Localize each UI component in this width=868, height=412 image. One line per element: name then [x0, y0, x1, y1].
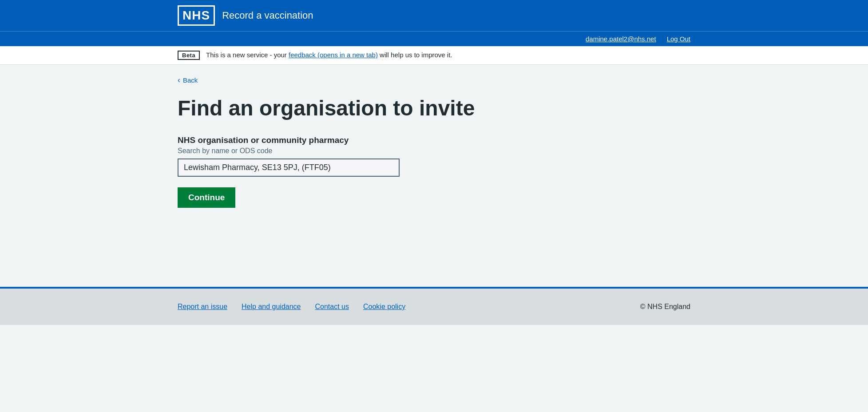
nhs-logo[interactable]: NHS — [178, 5, 215, 26]
footer-link-contact[interactable]: Contact us — [315, 303, 349, 311]
feedback-link[interactable]: feedback (opens in a new tab) — [289, 51, 378, 59]
nhs-logo-text: NHS — [182, 8, 210, 23]
service-name: Record a vaccination — [222, 10, 313, 21]
page-title: Find an organisation to invite — [178, 95, 690, 121]
organisation-hint: Search by name or ODS code — [178, 147, 690, 155]
beta-text-before: This is a new service - your — [206, 51, 289, 59]
main-content: Back Find an organisation to invite NHS … — [0, 65, 868, 287]
logout-link[interactable]: Log Out — [667, 35, 690, 43]
site-header: NHS Record a vaccination damine.patel2@n… — [0, 0, 868, 46]
beta-tag: Beta — [178, 51, 200, 60]
back-link[interactable]: Back — [178, 75, 198, 85]
organisation-search-input[interactable] — [178, 158, 400, 177]
header-top: NHS Record a vaccination — [0, 0, 868, 31]
beta-banner: Beta This is a new service - your feedba… — [0, 46, 868, 65]
header-nav: damine.patel2@nhs.net Log Out — [0, 31, 868, 46]
footer-links: Report an issue Help and guidance Contac… — [178, 303, 690, 311]
organisation-label: NHS organisation or community pharmacy — [178, 135, 690, 145]
footer-link-cookie[interactable]: Cookie policy — [363, 303, 405, 311]
site-footer: Report an issue Help and guidance Contac… — [0, 287, 868, 325]
user-email-link[interactable]: damine.patel2@nhs.net — [586, 35, 656, 43]
organisation-form-group: NHS organisation or community pharmacy S… — [178, 135, 690, 177]
footer-copyright: © NHS England — [640, 303, 690, 311]
beta-text-after: will help us to improve it. — [378, 51, 452, 59]
continue-button[interactable]: Continue — [178, 187, 235, 208]
footer-link-report[interactable]: Report an issue — [178, 303, 227, 311]
footer-link-help[interactable]: Help and guidance — [242, 303, 301, 311]
